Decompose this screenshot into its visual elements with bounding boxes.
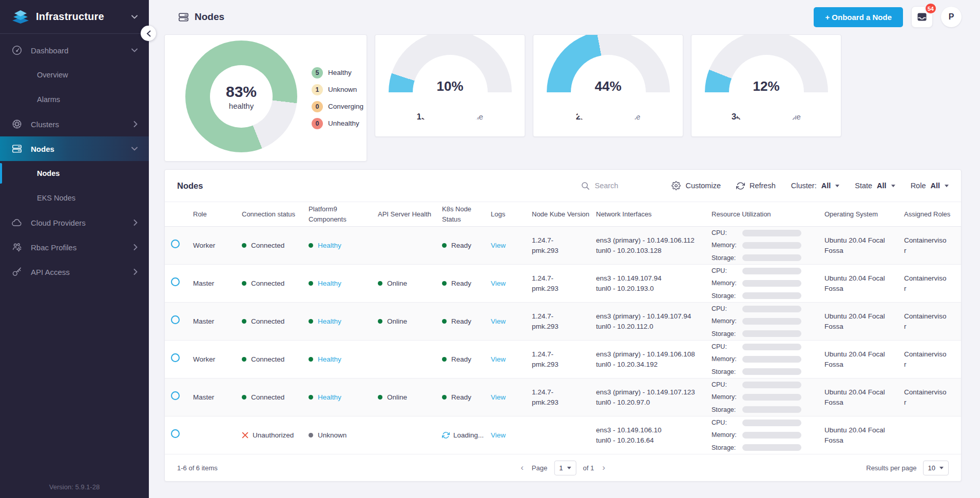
cluster-filter[interactable]: Cluster: All (791, 182, 840, 190)
platform9-components-cell: Unknown (309, 416, 378, 454)
sidebar-item-dashboard[interactable]: Dashboard (0, 38, 149, 63)
onboard-a-node-button[interactable]: + Onboard a Node (814, 7, 903, 27)
sidebar-item-rbac-profiles[interactable]: Rbac Profiles (0, 235, 149, 260)
chevron-right-icon (133, 220, 138, 226)
next-page-button[interactable]: › (601, 463, 607, 473)
refresh-button[interactable]: Refresh (736, 182, 776, 190)
page-select[interactable]: 1 (554, 461, 576, 475)
connection-status-text: Connected (251, 241, 284, 251)
connection-status-text: Connected (251, 354, 284, 365)
chevron-down-icon[interactable] (131, 15, 138, 19)
search-box (581, 182, 656, 190)
network-interface: ens3 - 10.149.106.10 (596, 425, 706, 435)
previous-page-button[interactable]: ‹ (519, 463, 525, 473)
util-label: CPU: (712, 304, 742, 313)
sidebar-collapse-button[interactable] (141, 26, 156, 41)
view-logs-link[interactable]: View (491, 242, 506, 249)
network-interface: tunl0 - 10.20.103.128 (596, 246, 706, 256)
util-bar (742, 254, 801, 261)
network-interface: tunl0 - 10.20.34.192 (596, 360, 706, 370)
row-radio-button[interactable] (171, 391, 180, 400)
k8s-node-status-cell: Ready (442, 303, 491, 341)
sync-icon (442, 431, 450, 439)
resource-utilization-cell: CPU:Memory:Storage: (712, 341, 824, 379)
row-radio-button[interactable] (171, 277, 180, 286)
page-of-label: of 1 (583, 464, 594, 472)
util-label: CPU: (712, 266, 742, 275)
row-radio-button[interactable] (171, 315, 180, 324)
table-row: MasterConnectedHealthyOnlineReadyView1.2… (165, 303, 962, 341)
sidebar-item-label: Overview (37, 71, 138, 79)
legend-count-badge: 1 (312, 84, 323, 95)
column-header-operating-system: Operating System (824, 202, 904, 227)
avatar[interactable]: P (941, 7, 962, 27)
table-body: WorkerConnectedHealthyReadyView1.24.7-pm… (165, 227, 962, 454)
sidebar-item-alarms[interactable]: Alarms (0, 87, 149, 112)
resource-utilization-cell: CPU:Memory:Storage: (712, 416, 824, 454)
column-header-node-kube-version: Node Kube Version (532, 202, 596, 227)
view-logs-link[interactable]: View (491, 431, 506, 439)
caret-down-icon (835, 185, 839, 187)
resource-utilization-cell: CPU:Memory:Storage: (712, 379, 824, 416)
logs-cell: View (491, 416, 532, 454)
view-logs-link[interactable]: View (491, 393, 506, 401)
sidebar-item-clusters[interactable]: Clusters (0, 112, 149, 136)
sidebar-header[interactable]: Infrastructure (0, 0, 149, 34)
legend-count-badge: 0 (312, 118, 323, 129)
k8s-node-status-cell: Ready (442, 265, 491, 303)
results-per-page-select[interactable]: 10 (923, 461, 949, 475)
row-radio-button[interactable] (171, 240, 180, 248)
api-server-health-cell: Online (378, 303, 442, 341)
sidebar-item-label: API Access (31, 268, 133, 276)
sidebar-item-nodes[interactable]: Nodes (0, 161, 149, 186)
network-interfaces-cell: ens3 (primary) - 10.149.107.123tunl0 - 1… (596, 379, 712, 416)
select-column-header (165, 202, 193, 227)
sidebar-item-label: Nodes (31, 145, 131, 153)
util-bar (742, 406, 801, 413)
logs-cell: View (491, 265, 532, 303)
view-logs-link[interactable]: View (491, 280, 506, 287)
customize-button[interactable]: Customize (671, 181, 721, 190)
sidebar-item-eks-nodes[interactable]: EKS Nodes (0, 186, 149, 210)
state-filter[interactable]: State All (855, 182, 895, 190)
nodes-icon (11, 143, 23, 154)
gauge-percent: 44% (547, 78, 670, 94)
role-cell: Master (193, 303, 242, 341)
util-label: Memory: (712, 392, 742, 402)
network-interface: tunl0 - 10.20.97.0 (596, 397, 706, 408)
page-title-group: Nodes (178, 11, 224, 23)
sidebar-item-cloud-providers[interactable]: Cloud Providers (0, 210, 149, 235)
resource-utilization-cell: CPU:Memory:Storage: (712, 227, 824, 265)
sidebar-item-overview[interactable]: Overview (0, 63, 149, 87)
util-label: Storage: (712, 367, 742, 376)
sidebar-item-nodes[interactable]: Nodes (0, 136, 149, 161)
search-input[interactable] (594, 182, 656, 190)
resource-utilization-cell: CPU:Memory:Storage: (712, 265, 824, 303)
role-filter[interactable]: Role All (911, 182, 949, 190)
role-filter-label: Role (911, 182, 926, 190)
row-radio-button[interactable] (171, 353, 180, 362)
results-per-page-label: Results per page (866, 464, 916, 472)
view-logs-link[interactable]: View (491, 317, 506, 325)
status-dot (309, 281, 313, 286)
notifications-button[interactable]: 54 (911, 6, 933, 28)
connection-status-text: Connected (251, 278, 284, 289)
pagination-bar: 1-6 of 6 items ‹ Page 1 of 1 › Results p… (165, 454, 961, 481)
util-label: Storage: (712, 329, 742, 338)
k8s-status-text: Ready (451, 278, 471, 289)
sidebar-item-api-access[interactable]: API Access (0, 260, 149, 284)
platform9-status-text: Unknown (318, 430, 347, 441)
column-header-platform9-components: Platform9 Components (309, 202, 378, 227)
util-bar (742, 356, 801, 363)
util-bar (742, 230, 801, 236)
nodes-icon (178, 11, 189, 23)
row-radio-button[interactable] (171, 429, 180, 438)
network-interface: ens3 (primary) - 10.149.106.112 (596, 235, 706, 246)
column-header-assigned-roles: Assigned Roles (904, 202, 962, 227)
column-header-logs: Logs (491, 202, 532, 227)
view-logs-link[interactable]: View (491, 355, 506, 363)
assigned-roles-cell: Containervisor (904, 265, 962, 303)
network-interface: tunl0 - 10.20.16.64 (596, 435, 706, 446)
assigned-roles-cell: Containervisor (904, 379, 962, 416)
platform9-status-text: Healthy (318, 392, 341, 403)
